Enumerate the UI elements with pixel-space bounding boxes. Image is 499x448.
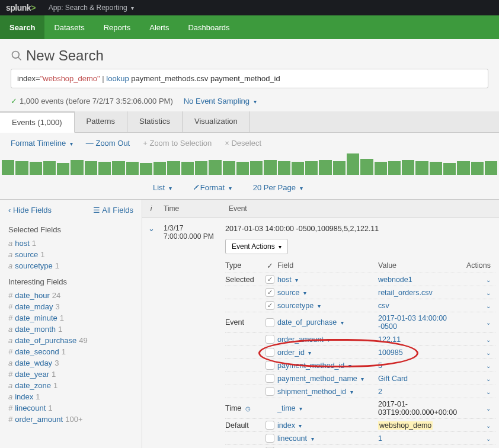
interesting-field-date_zone[interactable]: adate_zone1 — [8, 380, 133, 391]
interesting-field-date_wday[interactable]: adate_wday3 — [8, 357, 133, 369]
field-name[interactable]: order_amount ▾ — [277, 335, 378, 344]
field-checkbox[interactable] — [266, 374, 274, 383]
selected-field-source[interactable]: asource1 — [8, 249, 133, 260]
field-value[interactable]: retail_orders.csv — [378, 289, 465, 297]
field-actions[interactable]: ⌄ — [465, 421, 495, 430]
timeline-bar[interactable] — [153, 162, 166, 175]
nav-dashboards[interactable]: Dashboards — [178, 15, 239, 39]
field-checkbox[interactable] — [266, 288, 274, 297]
hide-fields[interactable]: ‹ Hide Fields — [8, 206, 52, 215]
field-value[interactable]: 100985 — [378, 348, 465, 357]
timeline-bar[interactable] — [167, 161, 180, 175]
nav-datasets[interactable]: Datasets — [44, 15, 94, 39]
col-time[interactable]: Time — [160, 200, 225, 217]
tab-statistics[interactable]: Statistics — [127, 111, 183, 132]
timeline-bar[interactable] — [471, 162, 484, 175]
event-raw[interactable]: 2017-01-03 14:00:00 -0500,100985,5,2,122… — [225, 224, 495, 233]
format-timeline[interactable]: Format Timeline ▾ — [11, 139, 73, 148]
interesting-field-date_year[interactable]: #date_year1 — [8, 369, 133, 380]
field-value[interactable]: 2 — [378, 388, 465, 396]
timeline-bar[interactable] — [457, 161, 469, 175]
field-name[interactable]: shipment_method_id ▾ — [277, 388, 378, 396]
field-actions[interactable]: ⌄ — [465, 335, 495, 344]
timeline-bar[interactable] — [264, 160, 276, 175]
field-actions[interactable]: ⌄ — [465, 289, 495, 297]
field-actions[interactable]: ⌄ — [465, 434, 495, 443]
field-name[interactable]: _time ▾ — [277, 404, 378, 412]
interesting-field-date_minute[interactable]: #date_minute1 — [8, 312, 133, 324]
timeline-bar[interactable] — [43, 161, 56, 175]
timeline-bar[interactable] — [209, 160, 221, 175]
interesting-field-date_of_purchase[interactable]: adate_of_purchase49 — [8, 335, 133, 346]
zoom-out[interactable]: — Zoom Out — [86, 139, 130, 148]
field-value[interactable]: 1 — [378, 434, 465, 443]
field-checkbox[interactable] — [266, 318, 274, 327]
field-name[interactable]: date_of_purchase ▾ — [277, 318, 378, 327]
timeline-bar[interactable] — [140, 163, 152, 175]
timeline-bar[interactable] — [485, 161, 497, 175]
field-checkbox[interactable] — [266, 275, 274, 284]
timeline-bar[interactable] — [415, 161, 428, 175]
search-input[interactable]: index="webshop_demo" | lookup payment_me… — [11, 69, 488, 88]
timeline-bar[interactable] — [85, 161, 97, 175]
field-value[interactable]: webshop_demo — [378, 421, 465, 430]
field-value[interactable]: 2017-01-03T19:00:00.000+00:00 — [378, 400, 465, 417]
field-name[interactable]: order_id ▾ — [277, 348, 378, 357]
field-name[interactable]: payment_method_name ▾ — [277, 375, 378, 383]
field-value[interactable]: 2017-01-03 14:00:00 -0500 — [378, 314, 465, 331]
timeline-bar[interactable] — [2, 160, 14, 175]
field-actions[interactable]: ⌄ — [465, 302, 495, 310]
field-actions[interactable]: ⌄ — [465, 276, 495, 284]
field-checkbox[interactable] — [266, 335, 274, 344]
interesting-field-index[interactable]: aindex1 — [8, 391, 133, 402]
interesting-field-date_hour[interactable]: #date_hour24 — [8, 290, 133, 301]
timeline-bar[interactable] — [375, 162, 387, 175]
timeline-chart[interactable] — [0, 153, 499, 176]
expand-toggle[interactable]: ⌄ — [142, 218, 160, 448]
timeline-bar[interactable] — [250, 161, 263, 175]
timeline-bar[interactable] — [30, 162, 42, 175]
timeline-bar[interactable] — [126, 162, 139, 175]
timeline-bar[interactable] — [402, 160, 414, 175]
field-checkbox[interactable] — [266, 348, 274, 357]
timeline-bar[interactable] — [278, 161, 290, 175]
nav-alerts[interactable]: Alerts — [140, 15, 178, 39]
timeline-bar[interactable] — [443, 163, 456, 175]
timeline-bar[interactable] — [292, 162, 304, 175]
event-actions-button[interactable]: Event Actions ▾ — [225, 239, 288, 254]
selected-field-host[interactable]: ahost1 — [8, 238, 133, 249]
field-actions[interactable]: ⌄ — [465, 404, 495, 412]
field-actions[interactable]: ⌄ — [465, 375, 495, 383]
timeline-bar[interactable] — [236, 162, 249, 175]
timeline-bar[interactable] — [347, 153, 359, 175]
timeline-bar[interactable] — [15, 161, 28, 175]
field-name[interactable]: index ▾ — [277, 421, 378, 430]
field-value[interactable]: Gift Card — [378, 375, 465, 383]
interesting-field-date_second[interactable]: #date_second1 — [8, 346, 133, 357]
timeline-bar[interactable] — [57, 163, 69, 175]
timeline-bar[interactable] — [305, 161, 318, 175]
timeline-bar[interactable] — [333, 161, 346, 175]
field-name[interactable]: payment_method_id ▾ — [277, 361, 378, 370]
field-actions[interactable]: ⌄ — [465, 348, 495, 357]
field-checkbox[interactable] — [266, 387, 274, 396]
interesting-field-order_amount[interactable]: #order_amount100+ — [8, 414, 133, 425]
tab-visualization[interactable]: Visualization — [183, 111, 250, 132]
tab-patterns[interactable]: Patterns — [75, 111, 127, 132]
field-checkbox[interactable] — [266, 361, 274, 370]
timeline-bar[interactable] — [181, 162, 194, 175]
field-actions[interactable]: ⌄ — [465, 361, 495, 370]
list-mode[interactable]: List ▾ — [153, 183, 172, 192]
nav-search[interactable]: Search — [0, 15, 44, 39]
event-sampling[interactable]: No Event Sampling ▾ — [184, 97, 257, 105]
timeline-bar[interactable] — [98, 162, 111, 175]
all-fields[interactable]: ☰ All Fields — [93, 206, 133, 215]
field-checkbox[interactable] — [266, 421, 274, 430]
timeline-bar[interactable] — [388, 161, 401, 175]
selected-field-sourcetype[interactable]: asourcetype1 — [8, 260, 133, 271]
field-name[interactable]: linecount ▾ — [277, 434, 378, 443]
field-name[interactable]: sourcetype ▾ — [277, 302, 378, 310]
app-selector[interactable]: App: Search & Reporting ▾ — [49, 4, 134, 12]
field-value[interactable]: 122.11 — [378, 335, 465, 344]
timeline-bar[interactable] — [319, 160, 331, 175]
